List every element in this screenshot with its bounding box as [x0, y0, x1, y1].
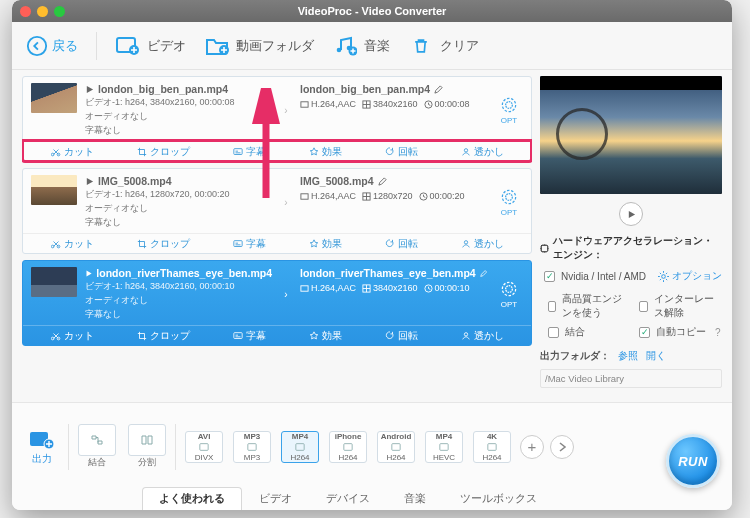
hw-accel-heading: ハードウェアアクセラレーション・エンジン： — [540, 234, 722, 262]
effect-icon — [309, 331, 319, 341]
tab-popular[interactable]: よく使われる — [142, 487, 242, 510]
subtitle-button[interactable]: 字幕 — [233, 237, 266, 251]
codec-options-button[interactable]: OPT — [495, 187, 523, 217]
add-video-button[interactable]: ビデオ — [115, 35, 186, 57]
preset-avi-divx[interactable]: AVIDIVX — [182, 431, 226, 463]
chevron-right-icon: › — [280, 289, 292, 300]
output-filename[interactable]: london_riverThames_eye_ben.mp4 — [300, 267, 487, 279]
svg-rect-43 — [440, 443, 448, 450]
preset-4k-h264[interactable]: 4KH264 — [470, 431, 514, 463]
format-icon — [485, 442, 499, 452]
output-icon — [29, 428, 55, 450]
titlebar: VideoProc - Video Converter — [12, 0, 732, 22]
crop-button[interactable]: クロップ — [137, 145, 190, 159]
cut-button[interactable]: カット — [51, 329, 94, 343]
play-button[interactable] — [619, 202, 643, 226]
tab-video[interactable]: ビデオ — [242, 487, 309, 510]
effect-button[interactable]: 効果 — [309, 329, 342, 343]
autocopy-checkbox[interactable] — [639, 327, 650, 338]
output-duration: 00:00:20 — [419, 191, 465, 201]
open-folder-button[interactable]: 開く — [646, 349, 666, 363]
merge-checkbox[interactable] — [548, 327, 559, 338]
tab-music[interactable]: 音楽 — [387, 487, 443, 510]
output-profile-button[interactable]: 出力 — [22, 428, 62, 466]
svg-point-30 — [51, 337, 54, 340]
svg-rect-34 — [541, 245, 547, 251]
browse-button[interactable]: 参照 — [618, 349, 638, 363]
audio-info: オーディオなし — [85, 110, 272, 123]
cut-icon — [51, 147, 61, 157]
video-item[interactable]: london_big_ben_pan.mp4ビデオ-1: h264, 3840x… — [22, 76, 532, 162]
trash-icon — [408, 35, 434, 57]
preview-panel — [540, 76, 722, 194]
video-item[interactable]: IMG_5008.mp4ビデオ-1: h264, 1280x720, 00:00… — [22, 168, 532, 254]
back-button[interactable]: 戻る — [26, 35, 78, 57]
subtitle-info: 字幕なし — [85, 216, 272, 229]
crop-button[interactable]: クロップ — [137, 329, 190, 343]
subtitle-button[interactable]: 字幕 — [233, 329, 266, 343]
effect-button[interactable]: 効果 — [309, 145, 342, 159]
split-tool[interactable]: 分割 — [125, 424, 169, 469]
watermark-button[interactable]: 透かし — [461, 237, 504, 251]
edit-actions: カットクロップ字幕効果回転透かし — [23, 325, 531, 345]
watermark-button[interactable]: 透かし — [461, 329, 504, 343]
run-button[interactable]: RUN — [666, 434, 720, 488]
video-info: ビデオ-1: h264, 3840x2160, 00:00:08 — [85, 96, 272, 109]
rotate-button[interactable]: 回転 — [385, 237, 418, 251]
watermark-icon — [461, 147, 471, 157]
effect-button[interactable]: 効果 — [309, 237, 342, 251]
tab-toolbox[interactable]: ツールボックス — [443, 487, 554, 510]
add-folder-button[interactable]: 動画フォルダ — [204, 35, 314, 57]
rotate-button[interactable]: 回転 — [385, 145, 418, 159]
watermark-button[interactable]: 透かし — [461, 145, 504, 159]
crop-icon — [137, 147, 147, 157]
svg-point-10 — [506, 102, 513, 109]
merge-tool[interactable]: 結合 — [75, 424, 119, 469]
hq-engine-checkbox[interactable] — [548, 301, 556, 312]
output-resolution: 3840x2160 — [362, 283, 418, 293]
watermark-icon — [461, 331, 471, 341]
add-music-button[interactable]: 音楽 — [332, 35, 390, 57]
svg-point-29 — [502, 282, 515, 295]
add-preset-button[interactable]: + — [520, 435, 544, 459]
gpu-checkbox[interactable] — [544, 271, 555, 282]
subtitle-button[interactable]: 字幕 — [233, 145, 266, 159]
svg-rect-16 — [301, 193, 308, 198]
folder-icon — [204, 35, 230, 57]
clear-button[interactable]: クリア — [408, 35, 479, 57]
cut-button[interactable]: カット — [51, 145, 94, 159]
svg-point-15 — [464, 148, 467, 151]
help-icon[interactable]: ? — [715, 327, 721, 338]
resolution-icon — [362, 100, 371, 109]
subtitle-icon — [233, 239, 243, 249]
preset-mp4-h264[interactable]: MP4H264 — [278, 431, 322, 463]
rotate-button[interactable]: 回転 — [385, 329, 418, 343]
svg-point-19 — [506, 194, 513, 201]
codec-options-button[interactable]: OPT — [495, 95, 523, 125]
output-path: /Mac Video Library — [540, 369, 722, 388]
cut-button[interactable]: カット — [51, 237, 94, 251]
svg-rect-42 — [392, 443, 400, 450]
codec-icon — [300, 100, 309, 109]
svg-point-24 — [464, 240, 467, 243]
video-list: london_big_ben_pan.mp4ビデオ-1: h264, 3840x… — [22, 76, 532, 402]
video-item[interactable]: london_riverThames_eye_ben.mp4ビデオ-1: h26… — [22, 260, 532, 346]
format-icon — [293, 442, 307, 452]
play-icon — [85, 177, 94, 186]
scroll-right-button[interactable] — [550, 435, 574, 459]
crop-button[interactable]: クロップ — [137, 237, 190, 251]
output-filename[interactable]: london_big_ben_pan.mp4 — [300, 83, 487, 95]
gear-icon — [499, 279, 519, 299]
preset-android-h264[interactable]: AndroidH264 — [374, 431, 418, 463]
options-button[interactable]: オプション — [658, 269, 722, 283]
clock-icon — [419, 192, 428, 201]
preset-mp4-hevc[interactable]: MP4HEVC — [422, 431, 466, 463]
preset-mp3-mp3[interactable]: MP3MP3 — [230, 431, 274, 463]
deinterlace-checkbox[interactable] — [639, 301, 648, 312]
cut-icon — [51, 239, 61, 249]
codec-options-button[interactable]: OPT — [495, 279, 523, 309]
output-filename[interactable]: IMG_5008.mp4 — [300, 175, 487, 187]
tab-device[interactable]: デバイス — [309, 487, 387, 510]
preset-iphone-h264[interactable]: iPhoneH264 — [326, 431, 370, 463]
output-codec: H.264,AAC — [300, 191, 356, 201]
